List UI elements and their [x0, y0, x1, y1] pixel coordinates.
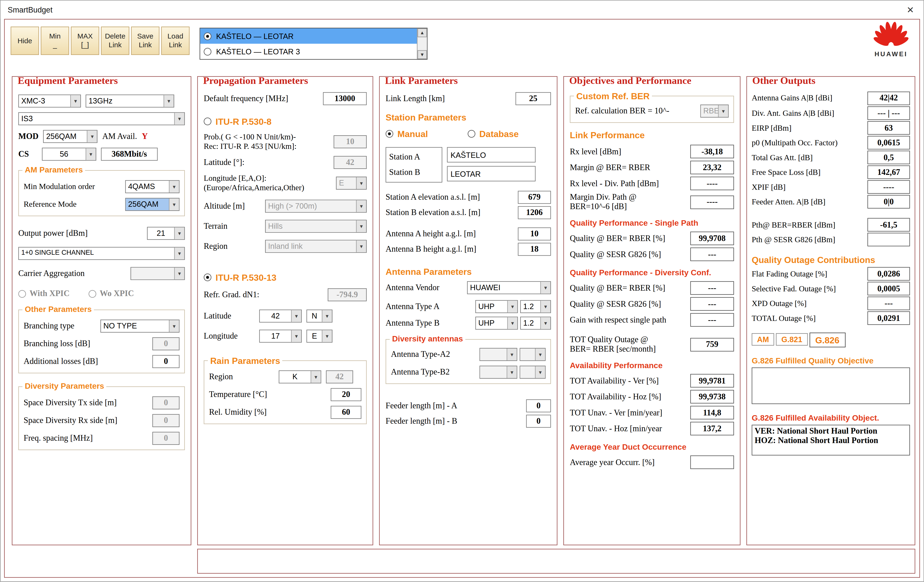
- lat13-dir-combo[interactable]: N▼: [307, 309, 333, 322]
- manual-radio[interactable]: [386, 130, 393, 137]
- link-list[interactable]: KAŠTELO — LEOTAR KAŠTELO — LEOTAR 3 ▲ ▼: [200, 28, 427, 60]
- antenna-type-a-combo[interactable]: UHP▼: [475, 300, 518, 313]
- terrain-value: Hills: [266, 220, 356, 232]
- dropdown-icon[interactable]: ▼: [322, 310, 332, 322]
- region8-combo: Inland link▼: [265, 240, 367, 253]
- load-link-button[interactable]: LoadLink: [161, 27, 190, 55]
- am-parameters-title: AM Parameters: [22, 165, 85, 174]
- min-modulation-combo[interactable]: 4QAMS▼: [125, 180, 180, 193]
- dropdown-icon[interactable]: ▼: [540, 301, 551, 312]
- am-avail-label: AM Avail.: [102, 132, 137, 141]
- link-length-input[interactable]: 25: [516, 92, 551, 105]
- dropdown-icon[interactable]: ▼: [291, 330, 301, 342]
- link-list-item[interactable]: KAŠTELO — LEOTAR 3: [200, 44, 417, 59]
- sd-rx-value: 0: [152, 414, 180, 427]
- feeder-b-input[interactable]: 0: [526, 415, 551, 428]
- p530-13-radio[interactable]: [204, 273, 212, 281]
- band-combo[interactable]: 13GHz▼: [86, 94, 174, 107]
- p530-8-radio[interactable]: [204, 117, 212, 125]
- dropdown-icon[interactable]: ▼: [507, 317, 518, 329]
- branching-loss-value: 0: [152, 337, 180, 351]
- link-list-scrollbar[interactable]: ▲ ▼: [417, 28, 427, 59]
- station-b-input[interactable]: LEOTAR: [447, 166, 536, 182]
- lon8-value: E: [337, 177, 356, 189]
- branching-loss-label: Branching loss [dB]: [24, 339, 90, 349]
- elev-a-input[interactable]: 679: [518, 191, 551, 204]
- lat13-combo[interactable]: 42▼: [259, 309, 302, 322]
- dropdown-icon[interactable]: ▼: [310, 371, 321, 383]
- min-button[interactable]: Min_: [41, 27, 69, 55]
- station-a-input[interactable]: KAŠTELO: [447, 147, 536, 162]
- dropdown-icon[interactable]: ▼: [174, 113, 185, 125]
- min-modulation-value: 4QAMS: [126, 181, 169, 193]
- default-frequency-input[interactable]: 13000: [323, 92, 367, 105]
- rain-region-combo[interactable]: K▼: [279, 370, 321, 384]
- scroll-down-icon[interactable]: ▼: [417, 50, 427, 59]
- huawei-logo: HUAWEI: [870, 22, 912, 58]
- dropdown-icon[interactable]: ▼: [291, 310, 301, 322]
- tab-g821[interactable]: G.821: [776, 333, 808, 346]
- dropdown-icon[interactable]: ▼: [507, 301, 518, 312]
- humidity-input[interactable]: 60: [331, 406, 361, 419]
- link-radio-off[interactable]: [204, 48, 212, 55]
- mod-combo[interactable]: 256QAM▼: [43, 130, 97, 143]
- dropdown-icon[interactable]: ▼: [540, 282, 551, 294]
- lon13-dir-combo[interactable]: E▼: [307, 330, 333, 342]
- unav-hoz-value: 137,2: [690, 422, 734, 435]
- dropdown-icon[interactable]: ▼: [169, 198, 179, 210]
- diversity-parameters-group: Diversity Parameters Space Diversity Tx …: [18, 386, 185, 450]
- link-list-item-selected[interactable]: KAŠTELO — LEOTAR: [200, 28, 417, 44]
- dropdown-icon[interactable]: ▼: [174, 228, 185, 240]
- dropdown-icon[interactable]: ▼: [540, 317, 551, 329]
- link-radio-on[interactable]: [204, 32, 212, 40]
- unav-hoz-label: TOT Unav. - Hoz [min/year: [570, 424, 662, 433]
- dropdown-icon[interactable]: ▼: [174, 248, 185, 260]
- elev-b-input[interactable]: 1206: [518, 206, 551, 219]
- modem-combo[interactable]: IS3▼: [18, 112, 185, 125]
- antenna-vendor-combo[interactable]: HUAWEI▼: [467, 281, 551, 294]
- antenna-size-b-combo[interactable]: 1.2▼: [520, 317, 551, 330]
- additional-losses-input[interactable]: 0: [152, 355, 180, 368]
- dropdown-icon[interactable]: ▼: [322, 330, 332, 342]
- antenna-size-a-combo[interactable]: 1.2▼: [520, 300, 551, 313]
- avail-hoz-value: 99,9738: [690, 390, 734, 403]
- temperature-input[interactable]: 20: [331, 388, 361, 401]
- dropdown-icon[interactable]: ▼: [86, 149, 96, 160]
- tab-am[interactable]: AM: [752, 333, 774, 346]
- total-outage-label: TOTAL Outage [%]: [752, 313, 816, 323]
- height-a-input[interactable]: 10: [518, 228, 551, 241]
- dropdown-icon[interactable]: ▼: [87, 131, 97, 142]
- cs-combo[interactable]: 56▼: [42, 148, 96, 161]
- database-label: Database: [479, 129, 519, 139]
- height-b-input[interactable]: 18: [518, 243, 551, 256]
- reference-mode-combo[interactable]: 256QAM▼: [125, 198, 180, 211]
- diversity-antennas-title: Diversity antennas: [390, 334, 465, 343]
- delete-link-button[interactable]: DeleteLink: [101, 27, 129, 55]
- sp-quality-sesr-value: ---: [690, 248, 734, 261]
- dropdown-icon[interactable]: ▼: [70, 95, 81, 107]
- branching-type-combo[interactable]: NO TYPE▼: [101, 320, 180, 333]
- database-radio[interactable]: [467, 130, 475, 137]
- channel-config-combo[interactable]: 1+0 SINGLE CHANNEL▼: [18, 247, 185, 260]
- g826-quality-title: G.826 Fulfilled Quality Objective: [752, 356, 910, 365]
- lon13-combo[interactable]: 17▼: [259, 330, 302, 342]
- antenna-type-a-label: Antenna Type A: [386, 302, 440, 311]
- output-power-combo[interactable]: 21▼: [147, 227, 185, 240]
- hide-button[interactable]: Hide: [11, 27, 39, 55]
- load-label2: Link: [169, 41, 182, 50]
- family-combo[interactable]: XMC-3▼: [18, 94, 81, 107]
- freq-spacing-label: Freq. spacing [MHz]: [24, 433, 93, 443]
- dropdown-icon[interactable]: ▼: [169, 181, 179, 193]
- altitude-combo: High (> 700m)▼: [265, 200, 367, 213]
- close-icon[interactable]: ✕: [907, 5, 914, 15]
- custom-ber-group: Custom Ref. BER Ref. calculation BER = 1…: [570, 96, 734, 123]
- save-link-button[interactable]: SaveLink: [131, 27, 159, 55]
- branching-type-value: NO TYPE: [101, 320, 169, 332]
- max-button[interactable]: MAX[_]: [71, 27, 99, 55]
- feeder-a-input[interactable]: 0: [526, 399, 551, 412]
- dropdown-icon[interactable]: ▼: [169, 320, 179, 332]
- tab-g826[interactable]: G.826: [809, 333, 845, 347]
- dropdown-icon[interactable]: ▼: [164, 95, 174, 107]
- antenna-type-b-combo[interactable]: UHP▼: [475, 317, 518, 330]
- scroll-up-icon[interactable]: ▲: [417, 28, 427, 37]
